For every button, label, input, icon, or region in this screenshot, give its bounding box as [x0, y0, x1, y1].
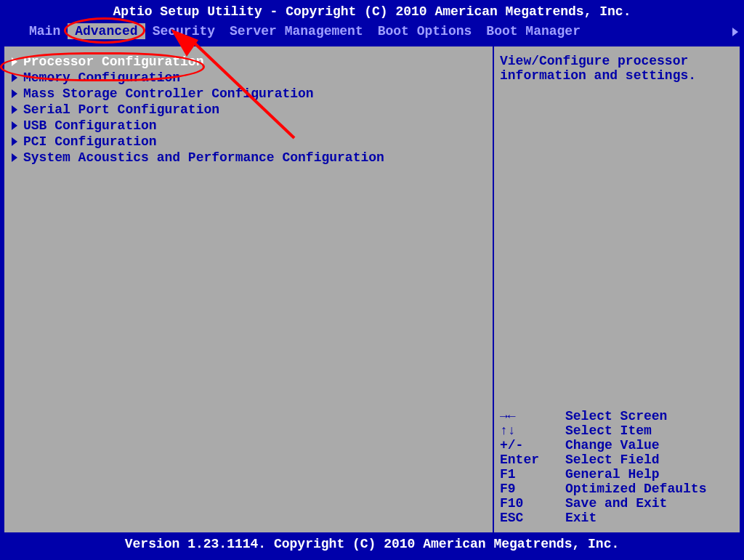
- entry-processor-config[interactable]: Processor Configuration: [10, 54, 487, 70]
- chevron-right-icon: [12, 137, 17, 146]
- chevron-right-icon: [12, 105, 17, 114]
- entry-usb-config[interactable]: USB Configuration: [10, 118, 487, 134]
- menu-advanced[interactable]: Advanced: [68, 23, 145, 39]
- menu-server-management[interactable]: Server Management: [222, 23, 371, 39]
- nav-right-icon[interactable]: [732, 28, 738, 36]
- entry-pci-config[interactable]: PCI Configuration: [10, 134, 487, 150]
- entry-mass-storage-config[interactable]: Mass Storage Controller Configuration: [10, 86, 487, 102]
- menu-main[interactable]: Main: [22, 23, 68, 39]
- chevron-right-icon: [12, 73, 17, 82]
- chevron-right-icon: [12, 121, 17, 130]
- footer-text: Version 1.23.1114. Copyright (C) 2010 Am…: [0, 534, 744, 556]
- help-panel: View/Configure processor information and…: [494, 45, 741, 534]
- key-row: Enter Select Field: [500, 453, 734, 467]
- chevron-right-icon: [12, 89, 17, 98]
- key-row: +/- Change Value: [500, 438, 734, 453]
- entry-acoustics-perf-config[interactable]: System Acoustics and Performance Configu…: [10, 150, 487, 166]
- entry-serial-port-config[interactable]: Serial Port Configuration: [10, 102, 487, 118]
- key-row: F1 General Help: [500, 467, 734, 482]
- chevron-right-icon: [12, 57, 17, 66]
- help-text: View/Configure processor information and…: [500, 54, 734, 83]
- main-panel: Processor Configuration Memory Configura…: [3, 45, 494, 534]
- key-row: ↑↓ Select Item: [500, 423, 734, 438]
- chevron-right-icon: [12, 153, 17, 162]
- menu-boot-manager[interactable]: Boot Manager: [479, 23, 588, 39]
- key-legend: →← Select Screen ↑↓ Select Item +/- Chan…: [500, 409, 734, 525]
- key-row: F10 Save and Exit: [500, 496, 734, 511]
- top-menu-bar: Main Advanced Security Server Management…: [0, 22, 744, 44]
- key-row: F9 Optimized Defaults: [500, 482, 734, 496]
- menu-boot-options[interactable]: Boot Options: [371, 23, 480, 39]
- entry-memory-config[interactable]: Memory Configuration: [10, 70, 487, 86]
- menu-security[interactable]: Security: [145, 23, 222, 39]
- key-row: →← Select Screen: [500, 409, 734, 423]
- key-row: ESC Exit: [500, 511, 734, 525]
- header-title: Aptio Setup Utility - Copyright (C) 2010…: [0, 0, 744, 22]
